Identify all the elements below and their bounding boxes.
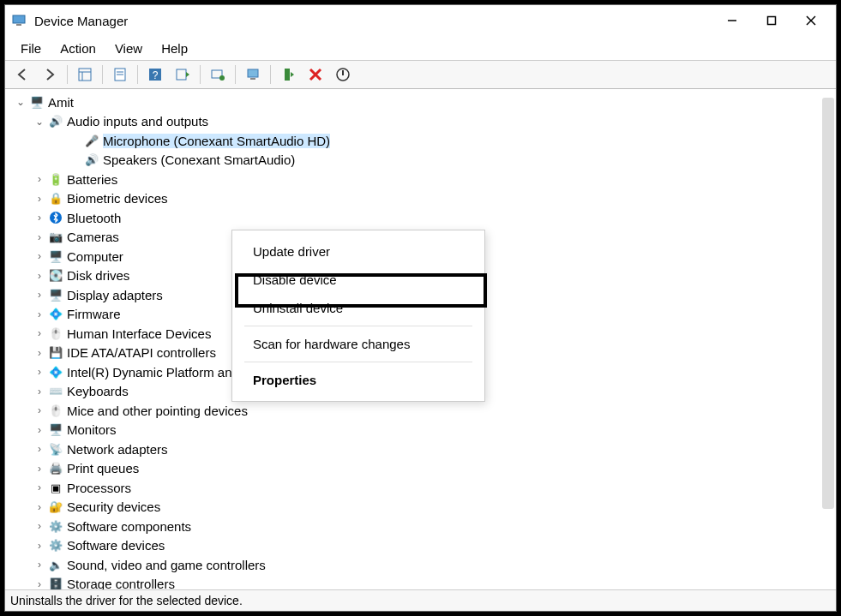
minimize-button[interactable] xyxy=(712,5,752,36)
refresh-button[interactable] xyxy=(331,63,355,87)
tree-category[interactable]: ›🔒Biometric devices xyxy=(14,189,836,209)
tree-category[interactable]: ›🖥️Monitors xyxy=(14,421,836,440)
computer-icon: 🖥️ xyxy=(29,94,45,110)
speaker-icon: 🔊 xyxy=(84,153,99,168)
vertical-scrollbar[interactable] xyxy=(822,98,834,509)
tree-category-label: Mice and other pointing devices xyxy=(67,404,248,418)
expand-icon[interactable]: › xyxy=(33,558,46,571)
cpu-icon: ▣ xyxy=(48,480,63,495)
tree-category-label: Disk drives xyxy=(67,268,129,283)
properties-button[interactable] xyxy=(108,63,132,87)
app-icon xyxy=(10,12,27,29)
tree-category[interactable]: ›🔈Sound, video and game controllers xyxy=(14,555,836,575)
expand-icon[interactable]: › xyxy=(33,249,46,263)
menu-help[interactable]: Help xyxy=(153,39,196,58)
tree-category[interactable]: ›▣Processors xyxy=(14,478,836,498)
statusbar-text: Uninstalls the driver for the selected d… xyxy=(10,594,243,607)
expand-icon[interactable]: › xyxy=(33,365,46,379)
sw-icon: ⚙️ xyxy=(48,518,63,534)
hid-icon: 🖱️ xyxy=(48,326,63,341)
tree-category[interactable]: ›⚙️Software components xyxy=(14,517,836,536)
fingerprint-icon: 🔒 xyxy=(48,191,63,206)
expand-icon[interactable]: › xyxy=(33,481,46,494)
show-hide-button[interactable] xyxy=(73,63,97,87)
tree-category[interactable]: ›🔋Batteries xyxy=(14,170,836,189)
scan-hardware-button[interactable] xyxy=(206,63,230,87)
chip-icon: 💠 xyxy=(48,364,63,380)
expand-icon[interactable]: › xyxy=(33,500,46,514)
expand-icon[interactable]: › xyxy=(33,230,46,244)
context-menu-separator xyxy=(244,326,472,326)
expand-icon[interactable]: › xyxy=(33,308,46,321)
expand-icon[interactable]: › xyxy=(33,577,46,589)
back-button[interactable] xyxy=(10,63,34,87)
context-menu-item[interactable]: Scan for hardware changes xyxy=(232,330,484,358)
help-button[interactable]: ? xyxy=(143,63,167,87)
tree-category[interactable]: ›🔐Security devices xyxy=(14,498,836,517)
expand-icon[interactable]: › xyxy=(33,326,46,340)
context-menu-item[interactable]: Properties xyxy=(232,366,484,394)
expand-icon[interactable]: › xyxy=(33,269,46,283)
tree-category-label: Display adapters xyxy=(67,288,163,302)
tree-device[interactable]: 🎤Microphone (Conexant SmartAudio HD) xyxy=(14,131,836,151)
expand-icon[interactable]: › xyxy=(33,423,46,437)
keyboard-icon: ⌨️ xyxy=(48,384,63,399)
expand-icon[interactable]: › xyxy=(33,288,46,302)
titlebar[interactable]: Device Manager xyxy=(5,5,836,36)
tree-category-label: Network adapters xyxy=(67,442,168,457)
maximize-button[interactable] xyxy=(752,5,791,36)
svg-text:?: ? xyxy=(153,69,159,81)
tree-category[interactable]: ›🖨️Print queues xyxy=(14,459,836,479)
context-menu-item[interactable]: Uninstall device xyxy=(232,294,484,322)
tree-category[interactable]: ›📡Network adapters xyxy=(14,440,836,459)
collapse-icon[interactable]: ⌄ xyxy=(14,95,27,109)
action-button[interactable] xyxy=(171,63,195,87)
update-driver-button[interactable] xyxy=(241,63,265,87)
expand-icon[interactable]: › xyxy=(33,211,46,224)
context-menu-item[interactable]: Disable device xyxy=(232,266,484,294)
device-manager-window: Device Manager File Action View Help ? ⌄… xyxy=(4,4,837,612)
tree-category[interactable]: ›🗄️Storage controllers xyxy=(14,575,836,590)
toolbar-separator xyxy=(235,65,236,84)
expand-icon[interactable]: › xyxy=(33,346,46,360)
context-menu-item[interactable]: Update driver xyxy=(232,237,484,266)
tree-root[interactable]: ⌄🖥️Amit xyxy=(14,93,836,112)
sw-icon: ⚙️ xyxy=(48,538,63,553)
uninstall-button[interactable] xyxy=(303,63,327,87)
tree-device[interactable]: 🔊Speakers (Conexant SmartAudio) xyxy=(14,151,836,170)
menu-file[interactable]: File xyxy=(12,39,50,58)
tree-category[interactable]: ›Bluetooth xyxy=(14,208,836,228)
expand-icon[interactable]: › xyxy=(33,462,46,475)
toolbar: ? xyxy=(5,60,836,89)
menu-view[interactable]: View xyxy=(106,39,151,58)
expand-icon[interactable]: › xyxy=(33,385,46,398)
tree-category[interactable]: ⌄🔊Audio inputs and outputs xyxy=(14,112,836,132)
tree-category[interactable]: ›🖱️Mice and other pointing devices xyxy=(14,401,836,421)
expand-icon[interactable]: › xyxy=(33,539,46,553)
network-icon: 📡 xyxy=(48,441,63,457)
tree-category[interactable]: ›⚙️Software devices xyxy=(14,536,836,556)
expand-icon[interactable]: › xyxy=(33,442,46,456)
window-title: Device Manager xyxy=(34,14,712,28)
close-button[interactable] xyxy=(791,5,831,36)
expand-icon[interactable]: › xyxy=(33,192,46,206)
tree-category-label: Human Interface Devices xyxy=(67,326,211,341)
chip-icon: 💠 xyxy=(48,307,63,322)
context-menu-separator xyxy=(244,362,472,362)
monitor-icon: 🖥️ xyxy=(48,422,63,438)
svg-point-16 xyxy=(219,75,225,81)
menu-action[interactable]: Action xyxy=(51,39,105,58)
tree-category-label: Sound, video and game controllers xyxy=(67,558,266,572)
collapse-icon[interactable]: ⌄ xyxy=(33,115,46,129)
window-controls xyxy=(712,5,831,36)
expand-icon[interactable]: › xyxy=(33,404,46,417)
tree-category-label: Monitors xyxy=(67,422,117,437)
expand-icon[interactable]: › xyxy=(33,172,46,186)
tree-category-label: Cameras xyxy=(67,230,119,244)
storage-icon: 🗄️ xyxy=(48,577,63,589)
enable-device-button[interactable] xyxy=(276,63,300,87)
tree-category-label: Batteries xyxy=(67,172,117,187)
forward-button[interactable] xyxy=(38,63,62,87)
expand-icon[interactable]: › xyxy=(33,519,46,533)
tree-category-label: Keyboards xyxy=(67,384,129,398)
